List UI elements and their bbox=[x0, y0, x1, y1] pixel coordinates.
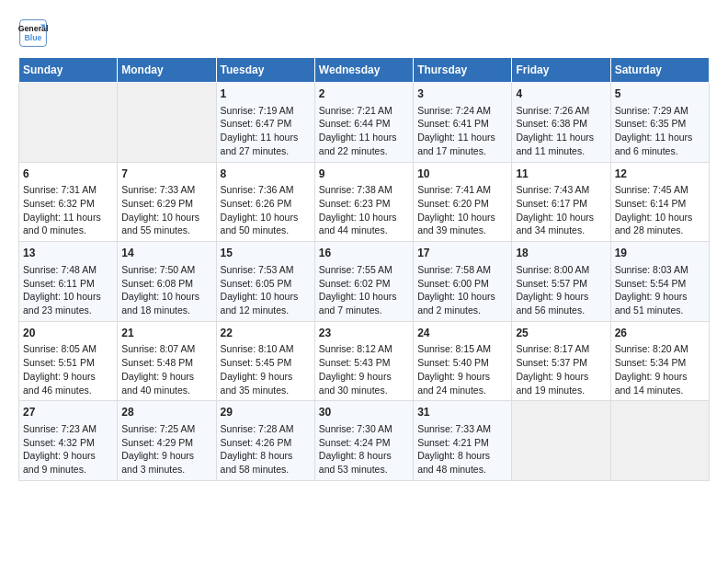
day-number: 5 bbox=[615, 86, 705, 102]
calendar-cell: 4Sunrise: 7:26 AMSunset: 6:38 PMDaylight… bbox=[512, 83, 610, 163]
calendar-cell: 13Sunrise: 7:48 AMSunset: 6:11 PMDayligh… bbox=[19, 242, 118, 322]
logo-icon: General Blue bbox=[18, 18, 48, 48]
day-info: Sunset: 5:57 PM bbox=[516, 277, 606, 291]
day-info: Daylight: 10 hours bbox=[319, 290, 409, 304]
day-info: and 56 minutes. bbox=[516, 304, 606, 317]
day-info: Sunrise: 7:29 AM bbox=[615, 104, 705, 118]
day-number: 2 bbox=[319, 86, 409, 102]
day-info: Sunset: 6:41 PM bbox=[417, 117, 507, 131]
calendar-cell: 10Sunrise: 7:41 AMSunset: 6:20 PMDayligh… bbox=[414, 162, 512, 242]
day-info: Sunset: 4:24 PM bbox=[319, 436, 409, 450]
day-info: Sunset: 4:32 PM bbox=[23, 436, 113, 450]
day-info: Sunset: 6:14 PM bbox=[615, 197, 705, 211]
day-number: 27 bbox=[23, 405, 113, 420]
day-info: and 40 minutes. bbox=[121, 384, 211, 397]
day-info: Sunrise: 7:19 AM bbox=[221, 104, 311, 118]
day-number: 11 bbox=[516, 167, 606, 182]
day-info: Sunset: 5:45 PM bbox=[221, 356, 311, 370]
day-info: and 34 minutes. bbox=[516, 224, 606, 237]
day-info: Sunrise: 8:05 AM bbox=[23, 342, 113, 356]
day-info: Daylight: 11 hours bbox=[221, 131, 311, 144]
calendar-cell: 25Sunrise: 8:17 AMSunset: 5:37 PMDayligh… bbox=[512, 321, 610, 401]
day-info: Sunset: 6:38 PM bbox=[516, 117, 606, 131]
day-number: 24 bbox=[417, 326, 507, 341]
day-number: 13 bbox=[23, 246, 113, 261]
day-info: and 22 minutes. bbox=[319, 144, 409, 158]
calendar-cell: 30Sunrise: 7:30 AMSunset: 4:24 PMDayligh… bbox=[314, 401, 413, 481]
day-info: Sunrise: 8:17 AM bbox=[516, 342, 606, 356]
calendar-cell: 24Sunrise: 8:15 AMSunset: 5:40 PMDayligh… bbox=[414, 321, 512, 401]
day-info: Sunrise: 7:45 AM bbox=[615, 183, 705, 197]
calendar-cell bbox=[512, 401, 610, 481]
header-day-friday: Friday bbox=[512, 58, 610, 83]
day-info: Sunset: 6:20 PM bbox=[417, 197, 507, 211]
calendar-cell: 22Sunrise: 8:10 AMSunset: 5:45 PMDayligh… bbox=[216, 321, 314, 401]
day-info: Daylight: 10 hours bbox=[417, 211, 507, 224]
calendar-cell: 14Sunrise: 7:50 AMSunset: 6:08 PMDayligh… bbox=[118, 242, 216, 322]
day-number: 29 bbox=[221, 405, 311, 420]
day-info: and 55 minutes. bbox=[121, 224, 211, 237]
calendar-week-row: 20Sunrise: 8:05 AMSunset: 5:51 PMDayligh… bbox=[19, 321, 710, 401]
day-info: Sunset: 6:05 PM bbox=[221, 277, 311, 291]
day-number: 16 bbox=[319, 246, 409, 261]
day-number: 26 bbox=[615, 326, 705, 341]
day-info: Sunset: 5:43 PM bbox=[319, 356, 409, 370]
svg-text:Blue: Blue bbox=[24, 33, 41, 42]
day-number: 14 bbox=[121, 246, 211, 261]
day-info: Daylight: 10 hours bbox=[23, 290, 113, 304]
day-number: 8 bbox=[221, 167, 311, 182]
calendar-cell: 1Sunrise: 7:19 AMSunset: 6:47 PMDaylight… bbox=[216, 83, 314, 163]
day-info: and 44 minutes. bbox=[319, 224, 409, 237]
day-info: and 12 minutes. bbox=[221, 304, 311, 317]
day-info: Daylight: 11 hours bbox=[417, 131, 507, 144]
calendar-week-row: 27Sunrise: 7:23 AMSunset: 4:32 PMDayligh… bbox=[19, 401, 710, 481]
day-info: Sunset: 4:29 PM bbox=[121, 436, 211, 450]
calendar-cell: 17Sunrise: 7:58 AMSunset: 6:00 PMDayligh… bbox=[414, 242, 512, 322]
day-info: Daylight: 10 hours bbox=[516, 211, 606, 224]
day-number: 18 bbox=[516, 246, 606, 261]
day-info: Sunset: 4:26 PM bbox=[221, 436, 311, 450]
day-number: 17 bbox=[417, 246, 507, 261]
calendar-week-row: 13Sunrise: 7:48 AMSunset: 6:11 PMDayligh… bbox=[19, 242, 710, 322]
day-info: Sunrise: 7:28 AM bbox=[221, 422, 311, 436]
day-info: Sunset: 5:40 PM bbox=[417, 356, 507, 370]
day-info: and 39 minutes. bbox=[417, 224, 507, 237]
calendar-cell: 28Sunrise: 7:25 AMSunset: 4:29 PMDayligh… bbox=[118, 401, 216, 481]
day-info: Sunrise: 7:23 AM bbox=[23, 422, 113, 436]
day-info: Sunrise: 7:21 AM bbox=[319, 104, 409, 118]
day-info: Sunrise: 7:48 AM bbox=[23, 263, 113, 277]
day-info: and 17 minutes. bbox=[417, 144, 507, 158]
day-info: and 48 minutes. bbox=[417, 463, 507, 477]
calendar-cell: 15Sunrise: 7:53 AMSunset: 6:05 PMDayligh… bbox=[216, 242, 314, 322]
day-info: Daylight: 9 hours bbox=[417, 370, 507, 384]
day-info: Sunrise: 7:33 AM bbox=[417, 422, 507, 436]
day-info: and 3 minutes. bbox=[121, 463, 211, 477]
day-info: Daylight: 11 hours bbox=[516, 131, 606, 144]
day-info: Sunrise: 7:53 AM bbox=[221, 263, 311, 277]
day-info: Sunrise: 8:20 AM bbox=[615, 342, 705, 356]
page-header: General Blue bbox=[18, 18, 710, 48]
day-info: Daylight: 10 hours bbox=[221, 290, 311, 304]
day-info: Sunrise: 7:26 AM bbox=[516, 104, 606, 118]
day-info: Sunrise: 7:30 AM bbox=[319, 422, 409, 436]
calendar-cell: 18Sunrise: 8:00 AMSunset: 5:57 PMDayligh… bbox=[512, 242, 610, 322]
calendar-cell: 20Sunrise: 8:05 AMSunset: 5:51 PMDayligh… bbox=[19, 321, 118, 401]
day-info: Daylight: 8 hours bbox=[319, 449, 409, 463]
day-info: Sunset: 6:02 PM bbox=[319, 277, 409, 291]
calendar-cell: 7Sunrise: 7:33 AMSunset: 6:29 PMDaylight… bbox=[118, 162, 216, 242]
day-info: Daylight: 11 hours bbox=[319, 131, 409, 144]
day-number: 7 bbox=[121, 167, 211, 182]
day-info: Daylight: 9 hours bbox=[319, 370, 409, 384]
day-number: 22 bbox=[221, 326, 311, 341]
day-info: Daylight: 8 hours bbox=[417, 449, 507, 463]
day-info: Sunset: 4:21 PM bbox=[417, 436, 507, 450]
day-number: 30 bbox=[319, 405, 409, 420]
day-number: 10 bbox=[417, 167, 507, 182]
calendar-cell bbox=[118, 83, 216, 163]
day-info: Daylight: 9 hours bbox=[516, 290, 606, 304]
day-info: Daylight: 9 hours bbox=[615, 370, 705, 384]
day-info: Sunset: 6:17 PM bbox=[516, 197, 606, 211]
header-row: SundayMondayTuesdayWednesdayThursdayFrid… bbox=[19, 58, 710, 83]
day-number: 1 bbox=[221, 86, 311, 102]
day-info: Sunset: 6:35 PM bbox=[615, 117, 705, 131]
